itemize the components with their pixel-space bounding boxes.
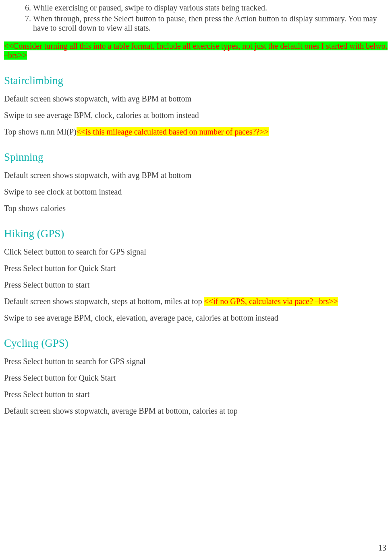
paragraph-text: Top shows n.nn MI(P) bbox=[4, 127, 77, 136]
numbered-list: While exercising or paused, swipe to dis… bbox=[4, 3, 388, 33]
paragraph: Press Select button for Quick Start bbox=[4, 264, 388, 273]
heading-hiking: Hiking (GPS) bbox=[4, 228, 388, 240]
paragraph: Default screen shows stopwatch, average … bbox=[4, 406, 388, 416]
paragraph: Press Select button to start bbox=[4, 280, 388, 290]
paragraph: Top shows calories bbox=[4, 204, 388, 213]
paragraph: Default screen shows stopwatch, steps at… bbox=[4, 297, 388, 306]
list-item-text: When through, press the Select button to… bbox=[33, 14, 377, 32]
paragraph: Swipe to see average BPM, clock, calorie… bbox=[4, 111, 388, 120]
paragraph: Swipe to see clock at bottom instead bbox=[4, 187, 388, 197]
list-item: While exercising or paused, swipe to dis… bbox=[33, 3, 388, 12]
list-item-text: While exercising or paused, swipe to dis… bbox=[33, 3, 267, 12]
list-item: When through, press the Select button to… bbox=[33, 14, 388, 33]
paragraph: Press Select button for Quick Start bbox=[4, 373, 388, 383]
paragraph-text: Default screen shows stopwatch, steps at… bbox=[4, 297, 204, 306]
paragraph: Swipe to see average BPM, clock, elevati… bbox=[4, 313, 388, 323]
page-number: 13 bbox=[378, 543, 386, 553]
paragraph: Click Select button to search for GPS si… bbox=[4, 247, 388, 257]
paragraph: Press Select button to start bbox=[4, 390, 388, 399]
paragraph: Top shows n.nn MI(P)<<is this mileage ca… bbox=[4, 127, 388, 137]
callout-note: <<Consider turning all this into a table… bbox=[4, 41, 388, 60]
paragraph: Default screen shows stopwatch, with avg… bbox=[4, 94, 388, 104]
highlight-yellow-text: <<is this mileage calculated based on nu… bbox=[77, 127, 269, 136]
highlight-yellow-text: <<if no GPS, calculates via pace? –brs>> bbox=[204, 297, 338, 306]
paragraph: Press Select button to search for GPS si… bbox=[4, 357, 388, 366]
heading-stairclimbing: Stairclimbing bbox=[4, 75, 388, 87]
heading-cycling: Cycling (GPS) bbox=[4, 337, 388, 350]
highlight-green-text: <<Consider turning all this into a table… bbox=[4, 41, 388, 60]
paragraph: Default screen shows stopwatch, with avg… bbox=[4, 171, 388, 180]
heading-spinning: Spinning bbox=[4, 151, 388, 164]
